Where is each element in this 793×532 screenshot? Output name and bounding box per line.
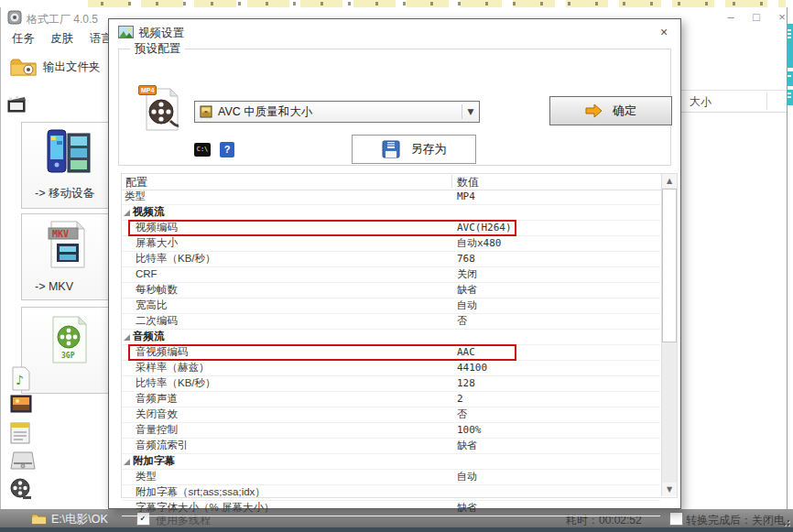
- column-divider[interactable]: [766, 92, 767, 110]
- svg-text:♪: ♪: [16, 373, 24, 387]
- table-row[interactable]: 音量控制 100%: [122, 423, 660, 439]
- window-title: 格式工厂 4.0.5: [27, 12, 98, 27]
- maximize-button[interactable]: □: [746, 9, 766, 26]
- mp4-badge: MP4: [138, 85, 157, 95]
- 3gp-file-icon: 3GP: [49, 315, 90, 366]
- menu-skin[interactable]: 皮肤: [50, 31, 73, 47]
- folder-icon: [31, 512, 47, 525]
- save-floppy-icon: [382, 140, 400, 158]
- picture-category-tab[interactable]: [10, 395, 34, 420]
- expand-triangle-icon: [124, 210, 130, 216]
- table-row[interactable]: 视频编码 AVC(H264): [122, 221, 660, 236]
- app-icon: [7, 10, 22, 25]
- shutdown-checkbox[interactable]: [669, 512, 683, 526]
- scroll-down-icon[interactable]: ▼: [662, 483, 677, 496]
- save-as-button[interactable]: 另存为: [352, 135, 476, 164]
- chevron-down-icon[interactable]: ▼: [462, 104, 479, 119]
- table-row[interactable]: 音频流: [122, 330, 660, 345]
- window-bottom-edge: [0, 527, 793, 532]
- table-row[interactable]: CRF 关闭: [122, 267, 660, 283]
- table-row[interactable]: 视频流: [122, 205, 660, 221]
- table-row[interactable]: 屏幕大小 自动x480: [122, 236, 660, 252]
- preset-dropdown[interactable]: AVC 中质量和大小 ▼: [194, 101, 480, 123]
- video-settings-dialog: 视频设置 × 预设配置 MP4: [108, 18, 681, 509]
- table-row[interactable]: 二次编码 否: [122, 314, 660, 330]
- video-reel-category-tab[interactable]: [10, 478, 34, 504]
- picture-icon: [10, 395, 32, 413]
- row-label: CRF: [122, 268, 158, 279]
- row-value: 否: [457, 314, 467, 328]
- row-label: 类型: [122, 190, 146, 201]
- settings-table: 配置 数值 类型 MP4 视频流: [121, 173, 678, 498]
- table-row[interactable]: 每秒帧数 缺省: [122, 283, 660, 299]
- cdrom-icon: [10, 451, 36, 472]
- ok-button-label: 确定: [613, 103, 636, 119]
- minimize-button[interactable]: –: [721, 9, 741, 26]
- output-folder-button[interactable]: 输出文件夹: [10, 51, 109, 82]
- table-row[interactable]: 字幕字体大小（% 屏幕大小） 缺省: [122, 501, 660, 516]
- menu-tasks[interactable]: 任务: [12, 31, 35, 47]
- table-scrollbar[interactable]: ▲ ▼: [661, 174, 677, 496]
- row-label: 音频声道: [122, 393, 178, 404]
- row-label: 关闭音效: [122, 408, 178, 419]
- table-row[interactable]: 比特率（KB/秒） 128: [122, 376, 660, 392]
- row-value: 自动: [457, 299, 477, 312]
- column-divider[interactable]: [451, 175, 452, 189]
- preset-groupbox: 预设配置 MP4: [118, 49, 671, 166]
- row-label: 宽高比: [122, 299, 168, 310]
- row-value: 关闭: [457, 267, 477, 281]
- table-row[interactable]: 附加字幕（srt;ass;ssa;idx）: [122, 485, 660, 501]
- column-config[interactable]: 配置: [125, 175, 147, 190]
- dialog-titlebar: 视频设置 ×: [109, 19, 680, 45]
- dialog-picture-icon: [118, 26, 134, 38]
- row-value: 2: [457, 392, 463, 406]
- table-row[interactable]: 音视频编码 AAC: [122, 345, 660, 361]
- table-row[interactable]: 类型 MP4: [122, 190, 660, 205]
- row-label: 音量控制: [122, 424, 178, 435]
- help-icon[interactable]: ?: [220, 142, 234, 157]
- table-row[interactable]: 附加字幕: [122, 454, 660, 470]
- clipped-toolbar-text-fragments: [88, 2, 786, 5]
- cdrom-category-tab[interactable]: [10, 451, 34, 476]
- cmd-icon[interactable]: C:\: [194, 143, 211, 157]
- row-label: 视频编码: [122, 222, 178, 233]
- row-value: AVC(H264): [457, 221, 512, 234]
- row-value: 缺省: [457, 439, 477, 452]
- table-row[interactable]: 类型 自动: [122, 470, 660, 485]
- ok-arrow-icon: [585, 103, 603, 118]
- table-row[interactable]: 宽高比 自动: [122, 299, 660, 314]
- table-row[interactable]: 采样率（赫兹） 44100: [122, 361, 660, 376]
- mobile-device-icon: [46, 128, 93, 179]
- 3gp-label: 3GP: [61, 352, 75, 360]
- scrollbar-thumb[interactable]: [662, 189, 677, 342]
- video-category-tab[interactable]: [5, 92, 29, 115]
- audio-category-tab[interactable]: ♪: [10, 366, 34, 392]
- row-value: 缺省: [457, 283, 477, 297]
- video-clapper-icon: [5, 92, 29, 115]
- output-folder-icon: [10, 56, 38, 78]
- sidebar-item-label: -> MKV: [35, 280, 73, 293]
- ok-button[interactable]: 确定: [549, 96, 672, 125]
- row-label: 比特率（KB/秒）: [122, 377, 216, 388]
- table-row[interactable]: 音频声道 2: [122, 392, 660, 407]
- dialog-close-icon[interactable]: ×: [655, 24, 673, 40]
- table-row[interactable]: 音频流索引 缺省: [122, 439, 660, 454]
- scroll-up-icon[interactable]: ▲: [662, 174, 677, 188]
- column-value[interactable]: 数值: [457, 175, 479, 190]
- row-value: 自动: [457, 470, 477, 483]
- preset-selected-value: AVC 中质量和大小: [218, 104, 462, 120]
- output-path[interactable]: E:\电影\OK: [51, 512, 108, 527]
- row-label: 屏幕大小: [122, 237, 178, 248]
- clipped-window-edge: [787, 24, 793, 68]
- table-row[interactable]: 比特率（KB/秒） 768: [122, 252, 660, 267]
- clipped-window-edge: [787, 90, 793, 105]
- row-value: 缺省: [457, 501, 477, 515]
- list-column-header-size[interactable]: 大小: [680, 90, 787, 113]
- row-value: 100%: [457, 423, 482, 437]
- document-category-tab[interactable]: [10, 422, 34, 448]
- expand-triangle-icon: [124, 459, 130, 465]
- row-value: 自动x480: [457, 236, 502, 250]
- resize-grip-icon[interactable]: [780, 516, 789, 526]
- table-row[interactable]: 关闭音效 否: [122, 407, 660, 423]
- music-file-icon: ♪: [10, 366, 32, 392]
